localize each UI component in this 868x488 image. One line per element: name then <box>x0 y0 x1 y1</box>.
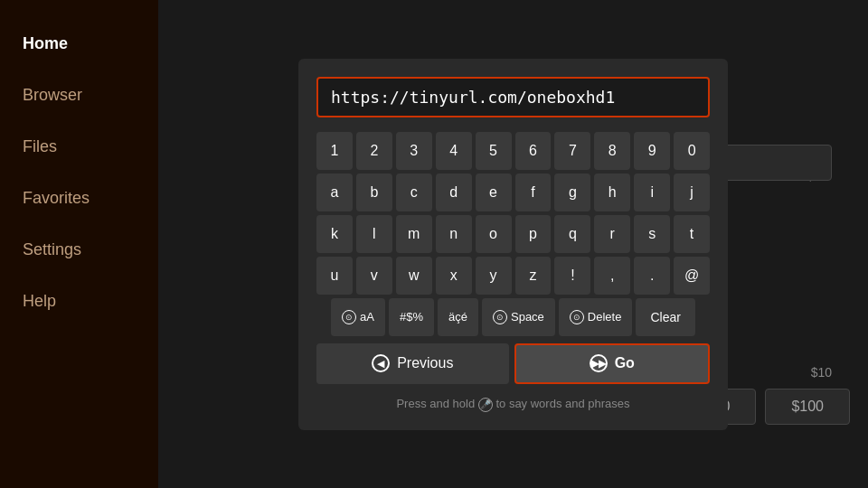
key-comma[interactable]: , <box>594 257 630 295</box>
key-u[interactable]: u <box>316 257 353 295</box>
key-d[interactable]: d <box>436 174 472 211</box>
key-i[interactable]: i <box>634 174 670 211</box>
special-row: ⊙ aA #$% äçé ⊙ Space ⊙ Delete <box>316 298 710 336</box>
url-input-container[interactable]: https://tinyurl.com/oneboxhd1 <box>316 77 710 117</box>
key-exclaim[interactable]: ! <box>554 257 590 295</box>
donation-amount-10: $10 <box>811 365 832 380</box>
key-g[interactable]: g <box>554 174 590 211</box>
key-x[interactable]: x <box>436 257 472 295</box>
go-button[interactable]: ▶▶ Go <box>514 343 711 384</box>
alpha-row-1: a b c d e f g h i j <box>316 174 710 211</box>
mic-icon: 🎤 <box>478 398 493 412</box>
key-t[interactable]: t <box>674 215 710 253</box>
key-0[interactable]: 0 <box>674 132 710 170</box>
key-s[interactable]: s <box>634 215 670 253</box>
key-y[interactable]: y <box>476 257 512 295</box>
sidebar-item-help[interactable]: Help <box>0 276 158 327</box>
key-j[interactable]: j <box>674 174 710 211</box>
previous-icon: ◀ <box>372 354 390 372</box>
url-input-text: https://tinyurl.com/oneboxhd1 <box>331 88 615 107</box>
key-k[interactable]: k <box>316 215 353 253</box>
main-content: ase donation buttons: $) $10 $20 $50 $10… <box>158 0 868 488</box>
key-3[interactable]: 3 <box>396 132 432 170</box>
action-row: ◀ Previous ▶▶ Go <box>316 343 710 384</box>
alpha-row-2: k l m n o p q r s t <box>316 215 710 253</box>
key-7[interactable]: 7 <box>554 132 590 170</box>
hint-text: Press and hold 🎤 to say words and phrase… <box>316 397 710 412</box>
key-e[interactable]: e <box>476 174 512 211</box>
key-r[interactable]: r <box>594 215 630 253</box>
go-icon: ▶▶ <box>590 354 608 372</box>
key-z[interactable]: z <box>515 257 552 295</box>
sidebar-item-home[interactable]: Home <box>0 18 158 70</box>
key-at[interactable]: @ <box>674 257 710 295</box>
sidebar-item-settings[interactable]: Settings <box>0 224 158 276</box>
key-p[interactable]: p <box>515 215 552 253</box>
key-2[interactable]: 2 <box>356 132 392 170</box>
key-4[interactable]: 4 <box>436 132 472 170</box>
key-case[interactable]: ⊙ aA <box>331 298 385 336</box>
key-period[interactable]: . <box>634 257 670 295</box>
key-v[interactable]: v <box>356 257 392 295</box>
key-h[interactable]: h <box>594 174 630 211</box>
key-c[interactable]: c <box>396 174 432 211</box>
alpha-row-3: u v w x y z ! , . @ <box>316 257 710 295</box>
donation-100[interactable]: $100 <box>765 389 850 425</box>
sidebar-item-files[interactable]: Files <box>0 121 158 173</box>
key-delete[interactable]: ⊙ Delete <box>559 298 633 336</box>
sidebar: Home Browser Files Favorites Settings He… <box>0 0 158 488</box>
key-b[interactable]: b <box>356 174 392 211</box>
previous-button[interactable]: ◀ Previous <box>316 343 509 384</box>
key-m[interactable]: m <box>396 215 432 253</box>
number-row: 1 2 3 4 5 6 7 8 9 0 <box>316 132 710 170</box>
key-9[interactable]: 9 <box>634 132 670 170</box>
key-8[interactable]: 8 <box>594 132 630 170</box>
key-f[interactable]: f <box>515 174 552 211</box>
key-l[interactable]: l <box>356 215 392 253</box>
key-symbols[interactable]: #$% <box>389 298 434 336</box>
key-1[interactable]: 1 <box>316 132 353 170</box>
sidebar-item-favorites[interactable]: Favorites <box>0 173 158 224</box>
key-5[interactable]: 5 <box>476 132 512 170</box>
key-6[interactable]: 6 <box>515 132 552 170</box>
key-q[interactable]: q <box>554 215 590 253</box>
sidebar-item-browser[interactable]: Browser <box>0 70 158 121</box>
key-w[interactable]: w <box>396 257 432 295</box>
key-space[interactable]: ⊙ Space <box>482 298 555 336</box>
key-clear[interactable]: Clear <box>636 298 694 336</box>
key-accents[interactable]: äçé <box>438 298 478 336</box>
key-n[interactable]: n <box>436 215 472 253</box>
key-a[interactable]: a <box>316 174 353 211</box>
key-o[interactable]: o <box>476 215 512 253</box>
keyboard: 1 2 3 4 5 6 7 8 9 0 a b c d e f g h <box>316 132 710 336</box>
keyboard-dialog: https://tinyurl.com/oneboxhd1 1 2 3 4 5 … <box>298 59 728 430</box>
